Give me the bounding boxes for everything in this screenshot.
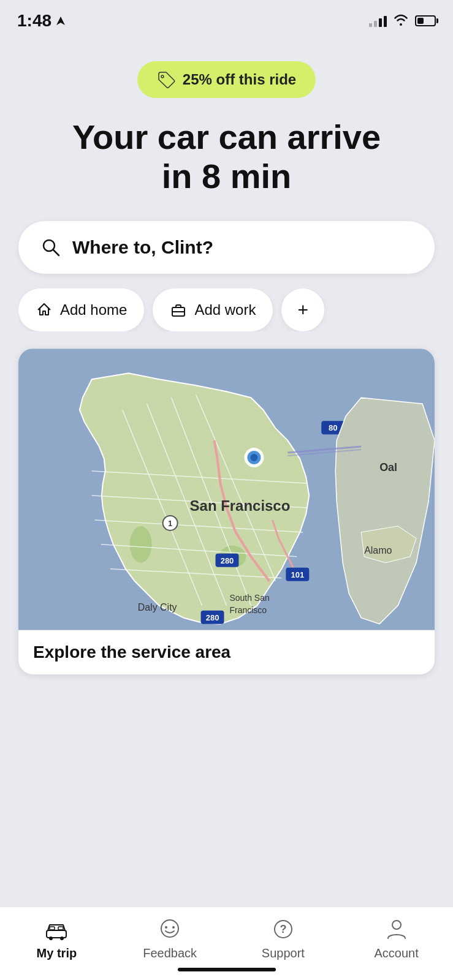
svg-text:1: 1 <box>168 519 172 528</box>
briefcase-icon <box>170 301 187 318</box>
add-more-button[interactable]: + <box>281 288 324 331</box>
add-home-button[interactable]: Add home <box>18 288 144 331</box>
car-icon <box>43 916 70 943</box>
headline: Your car can arrive in 8 min <box>72 118 381 197</box>
svg-text:280: 280 <box>206 612 219 622</box>
search-icon <box>40 237 61 258</box>
svg-point-46 <box>392 921 401 929</box>
location-arrow-icon <box>55 15 66 26</box>
account-icon <box>383 916 410 943</box>
home-indicator-bar <box>178 968 276 971</box>
plus-icon: + <box>297 300 308 320</box>
svg-text:280: 280 <box>221 556 234 565</box>
nav-item-account[interactable]: Account <box>340 916 453 960</box>
map-view[interactable]: 280 101 1 80 <box>18 349 435 630</box>
svg-marker-0 <box>56 17 65 25</box>
svg-point-41 <box>161 920 178 937</box>
svg-point-42 <box>165 926 167 929</box>
map-svg: 280 101 1 80 <box>18 349 435 630</box>
search-bar[interactable]: Where to, Clint? <box>18 221 435 274</box>
svg-text:101: 101 <box>291 570 305 579</box>
status-icons <box>369 13 436 28</box>
svg-point-6 <box>130 526 152 563</box>
home-indicator <box>0 963 453 980</box>
svg-text:San Francisco: San Francisco <box>190 497 291 514</box>
nav-label-feedback: Feedback <box>143 946 197 960</box>
quick-actions: Add home Add work + <box>18 288 435 331</box>
status-time: 1:48 <box>17 11 66 31</box>
main-content: 25% off this ride Your car can arrive in… <box>0 37 453 674</box>
svg-rect-40 <box>58 927 63 930</box>
nav-item-my-trip[interactable]: My trip <box>0 916 113 960</box>
nav-item-feedback[interactable]: Feedback <box>113 916 227 960</box>
svg-point-37 <box>49 937 53 940</box>
svg-point-35 <box>250 454 257 461</box>
map-card-label: Explore the service area <box>18 630 435 674</box>
svg-rect-39 <box>50 927 55 930</box>
bottom-nav-wrapper: My trip Feedback ? Support <box>0 907 453 980</box>
nav-label-support: Support <box>262 946 305 960</box>
status-bar: 1:48 <box>0 0 453 37</box>
nav-label-my-trip: My trip <box>37 946 77 960</box>
add-work-label: Add work <box>194 301 256 318</box>
svg-rect-36 <box>47 930 66 938</box>
promo-badge[interactable]: 25% off this ride <box>137 61 316 98</box>
promo-text: 25% off this ride <box>183 71 296 88</box>
add-work-button[interactable]: Add work <box>153 288 273 331</box>
support-icon: ? <box>270 916 297 943</box>
wifi-icon <box>393 13 409 28</box>
signal-icon <box>369 15 387 27</box>
bottom-nav: My trip Feedback ? Support <box>0 907 453 963</box>
nav-label-account: Account <box>374 946 418 960</box>
battery-icon <box>415 15 436 26</box>
svg-text:?: ? <box>280 923 286 935</box>
svg-text:Alamo: Alamo <box>364 545 392 556</box>
feedback-icon <box>156 916 183 943</box>
svg-line-2 <box>53 250 59 255</box>
svg-text:South San: South San <box>229 593 269 603</box>
tag-icon <box>157 71 175 88</box>
svg-text:Oal: Oal <box>379 461 397 473</box>
svg-text:Francisco: Francisco <box>229 605 267 614</box>
map-card[interactable]: 280 101 1 80 <box>18 349 435 674</box>
search-placeholder: Where to, Clint? <box>72 237 213 258</box>
nav-item-support[interactable]: ? Support <box>227 916 340 960</box>
svg-point-38 <box>60 937 64 940</box>
add-home-label: Add home <box>60 301 127 318</box>
home-icon <box>36 301 53 318</box>
svg-text:80: 80 <box>329 423 337 432</box>
svg-text:Daly City: Daly City <box>138 601 177 612</box>
svg-point-43 <box>172 926 175 929</box>
